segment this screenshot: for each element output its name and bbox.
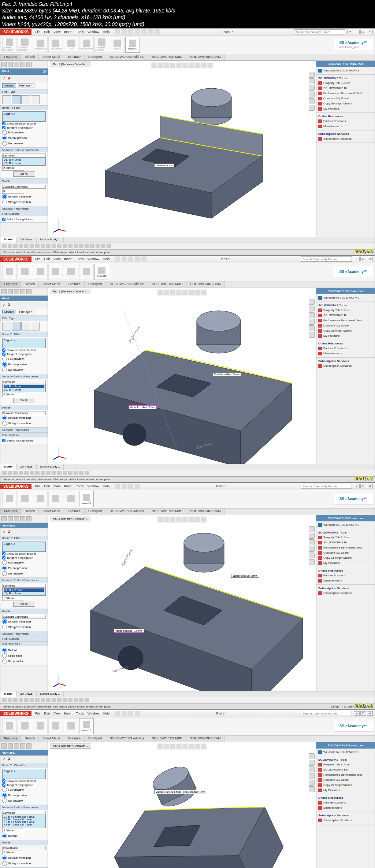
- quick-access[interactable]: [113, 29, 161, 34]
- svg-line-24: [53, 457, 59, 459]
- svg-point-6: [191, 88, 231, 107]
- task-pane-tabs[interactable]: [309, 72, 315, 111]
- video-frame-2: SOLIDWORKSFileEditViewInsertToolsWindowH…: [0, 255, 375, 483]
- academy-logo: SS eAcademy™#modhupur_wala: [334, 39, 373, 50]
- cancel-button[interactable]: ✗: [7, 76, 11, 81]
- svg-line-9: [59, 229, 66, 231]
- bottom-toolbar[interactable]: [0, 243, 375, 249]
- svg-text:Top Plane: Top Plane: [111, 664, 128, 673]
- timestamp: 00:00:46: [354, 248, 373, 254]
- video-frame-3: SOLIDWORKSFileEditViewInsertToolsWindowH…: [0, 483, 375, 710]
- video-frame-1: SOLIDWORKS FileEditViewInsertToolsWindow…: [0, 28, 375, 255]
- feature-title: Fillet: [2, 70, 9, 74]
- property-manager[interactable]: Filletⓘ ✓✗ ManualFilletXpert Fillet Type…: [0, 61, 48, 237]
- svg-line-10: [53, 229, 59, 232]
- svg-line-36: [59, 684, 66, 686]
- edge-list[interactable]: Edge<1>: [2, 111, 46, 122]
- document-title: Part1 *: [161, 30, 294, 34]
- video-frame-4: SOLIDWORKSFileEditViewInsertToolsWindowH…: [0, 710, 375, 868]
- resources-panel[interactable]: SOLIDWORKS Resources Welcome to SOLIDWOR…: [316, 61, 375, 237]
- svg-line-37: [53, 684, 59, 687]
- 3d-viewport[interactable]: Part1 (Default<<Default>... Variable rad…: [48, 61, 316, 237]
- radius-callout[interactable]: Variable radius: [154, 163, 174, 167]
- ribbon-toolbar[interactable]: Extruded Boss/Base Revolved Boss/Base Ex…: [0, 36, 375, 54]
- command-tabs[interactable]: FeaturesSketchSheet MetalEvaluateDimXper…: [0, 54, 375, 61]
- solidworks-logo: SOLIDWORKS: [0, 29, 31, 35]
- 3d-viewport[interactable]: Part1 (Default<<Default>... Right Plane …: [48, 288, 316, 464]
- menu-bar[interactable]: FileEditViewInsertToolsWindowHelp: [31, 30, 113, 34]
- bottom-tabs[interactable]: Model3D ViewsMotion Study 1: [0, 237, 375, 243]
- file-info-header: File: 3. Variable Size Fillet.mp4 Size: …: [0, 0, 375, 28]
- svg-text:Right Plane: Right Plane: [120, 548, 134, 567]
- svg-point-16: [197, 311, 241, 331]
- view-triad: [52, 218, 66, 233]
- 3d-viewport[interactable]: Part1 (Default<<Default>... Right Plane …: [48, 515, 316, 691]
- 3d-viewport[interactable]: Part1 (Default<<Default>... Variable rad…: [48, 742, 316, 868]
- view-toolbar[interactable]: [151, 62, 214, 69]
- title-bar: SOLIDWORKS FileEditViewInsertToolsWindow…: [0, 29, 375, 36]
- ok-button[interactable]: ✓: [2, 76, 6, 81]
- svg-point-17: [123, 424, 146, 446]
- radius-input[interactable]: [2, 166, 24, 171]
- property-manager[interactable]: VarFillet2 ✓✗ Items To Fillet Edge<1> Sh…: [0, 515, 48, 691]
- model-view: [48, 61, 316, 237]
- svg-line-23: [59, 457, 66, 458]
- property-manager[interactable]: VarFillet2 ✓✗ Items To Chamfer Edge<1> S…: [0, 742, 48, 868]
- property-manager[interactable]: Fillet ✓✗ ManualFilletXpert Fillet Type …: [0, 288, 48, 464]
- search-input[interactable]: [294, 29, 345, 34]
- window-controls[interactable]: ?–□×: [345, 30, 375, 34]
- svg-text:Right Plane: Right Plane: [128, 325, 141, 343]
- svg-point-30: [184, 533, 224, 552]
- set-all-button[interactable]: Set All: [13, 171, 35, 177]
- viewport-tab[interactable]: Part1 (Default<<Default>...: [50, 62, 91, 67]
- status-bar: Select a callout to modify parameters. C…: [0, 249, 375, 255]
